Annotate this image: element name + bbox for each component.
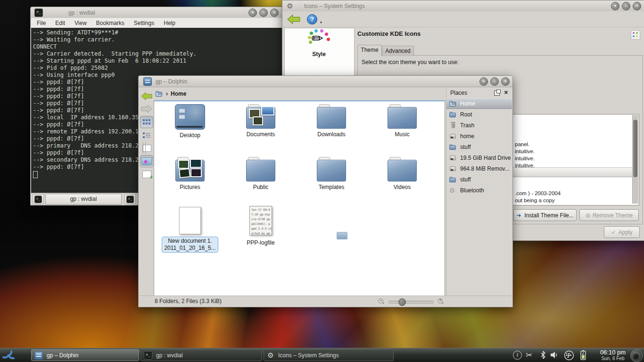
menu-edit[interactable]: Edit	[55, 20, 65, 26]
clipboard-scissors-icon[interactable]: ✂	[526, 350, 532, 360]
close-icon[interactable]: ✕	[270, 8, 279, 17]
tab-list-button[interactable]: >_	[124, 194, 136, 205]
zoom-slider-handle[interactable]	[398, 298, 406, 306]
close-panel-icon[interactable]: ✕	[504, 90, 508, 96]
close-icon[interactable]: ✕	[501, 77, 510, 86]
volume-icon[interactable]	[551, 351, 558, 359]
check-icon: ✓	[611, 229, 616, 236]
folder-item[interactable]: Public	[226, 157, 296, 190]
scrollbar[interactable]	[632, 115, 638, 204]
panel-tool-cashew-icon[interactable]	[630, 349, 643, 362]
zoom-out-icon[interactable]: –	[378, 298, 384, 304]
drive-icon	[449, 155, 457, 161]
terminal-titlebar[interactable]: >_ gp : wvdial ▾ ○ ✕	[31, 7, 285, 18]
place-hard-drive[interactable]: 19.5 GiB Hard Drive	[446, 152, 512, 163]
menu-file[interactable]: File	[37, 20, 46, 26]
place-root[interactable]: Root	[446, 109, 512, 120]
place-trash[interactable]: Trash	[446, 120, 512, 131]
folder-icon	[246, 157, 275, 181]
folder-icon	[449, 111, 457, 118]
minimize-icon[interactable]: ▾	[248, 8, 257, 17]
folder-item[interactable]: Music	[367, 104, 437, 138]
dolphin-titlebar[interactable]: gp – Dolphin ▾ ○ ✕	[139, 76, 512, 87]
device-notifier-icon[interactable]	[564, 350, 574, 361]
terminal-tab[interactable]: gp : wvdial	[45, 194, 122, 205]
menu-help[interactable]: Help	[164, 20, 175, 26]
details-view-button[interactable]	[140, 130, 153, 141]
dolphin-side-toolbar: +	[140, 89, 154, 181]
folder-view[interactable]: Desktop Documents Downloads Music	[154, 100, 445, 296]
remove-theme-button[interactable]: ⊘ Remove Theme	[579, 209, 639, 221]
place-removable[interactable]: 964.8 MiB Remov...	[446, 163, 512, 174]
folder-icon	[388, 104, 417, 129]
tab-advanced[interactable]: Advanced	[382, 46, 414, 56]
sidebar-item-style[interactable]: ✏ Style	[285, 30, 353, 58]
menu-settings[interactable]: Settings	[134, 20, 154, 26]
clock[interactable]: 06:10 pm Sun, 6 Feb	[595, 349, 631, 362]
place-stuff[interactable]: stuff	[446, 141, 512, 152]
file-item-selected[interactable]: New document 1. 2011_01_20_16_5...	[155, 207, 225, 253]
split-view-button[interactable]: +	[140, 169, 153, 180]
menu-view[interactable]: View	[74, 20, 87, 26]
task-terminal[interactable]: >_ gp : wvdial	[140, 349, 262, 361]
folder-item[interactable]: Documents	[226, 104, 296, 138]
theme-description-fragment: out being a copy	[515, 197, 554, 203]
task-system-settings[interactable]: ⚙ Icons – System Settings	[264, 349, 394, 361]
apply-button[interactable]: ✓ Apply	[604, 226, 640, 238]
folder-item[interactable]: Downloads	[297, 104, 366, 138]
split-view-icon: +	[142, 171, 151, 178]
breadcrumb-home[interactable]: Home	[171, 90, 186, 97]
bluetooth-icon[interactable]	[540, 351, 546, 359]
maximize-icon[interactable]: ○	[622, 2, 630, 10]
forward-button[interactable]	[140, 103, 153, 115]
terminal-icon: >_	[144, 351, 152, 360]
folder-icon	[449, 176, 457, 183]
zoom-in-icon[interactable]: +	[438, 298, 444, 304]
close-icon[interactable]: ✕	[633, 2, 641, 10]
file-item[interactable]: Jan 17 09:4 7:18 gp-Asp ire-5738 pp pd[1…	[226, 206, 296, 246]
preview-button[interactable]	[140, 155, 153, 167]
theme-description-fragment: .com ) - 2003-2004	[515, 190, 561, 196]
tab-theme[interactable]: Theme	[357, 45, 382, 56]
menu-bookmarks[interactable]: Bookmarks	[96, 20, 124, 26]
download-icon: ➜	[516, 213, 522, 218]
clock-time: 06:10 pm	[595, 349, 631, 356]
place-bluetooth[interactable]: ⚙Bluetooth	[446, 185, 512, 196]
battery-icon[interactable]	[579, 350, 587, 361]
list-text-fragment: intuitive.	[515, 156, 535, 161]
minimize-icon[interactable]: ▾	[479, 77, 488, 86]
folder-item[interactable]: Templates	[297, 157, 366, 190]
help-icon[interactable]: ?	[307, 14, 317, 25]
columns-view-icon	[142, 145, 151, 152]
module-help-icon[interactable]	[631, 30, 640, 40]
app-launcher-icon[interactable]	[2, 349, 15, 362]
place-stuff2[interactable]: stuff	[446, 174, 512, 185]
back-icon[interactable]	[287, 14, 300, 25]
folder-item[interactable]: Pictures	[155, 157, 225, 190]
columns-view-button[interactable]	[140, 142, 153, 154]
zoom-slider[interactable]	[388, 301, 434, 304]
place-home-partition[interactable]: home	[446, 131, 512, 141]
float-panel-icon[interactable]	[494, 90, 500, 96]
scrollbar-thumb[interactable]	[633, 120, 637, 177]
icons-view-button[interactable]	[140, 116, 153, 128]
notifications-icon[interactable]: i	[513, 351, 522, 360]
install-theme-button[interactable]: ➜ Install Theme File...	[513, 209, 577, 221]
chevron-down-icon[interactable]: ▾	[320, 20, 322, 25]
minimize-icon[interactable]: ▾	[611, 2, 619, 10]
maximize-icon[interactable]: ○	[259, 8, 268, 17]
task-dolphin[interactable]: gp – Dolphin	[31, 349, 139, 361]
settings-toolbar: ? ▾	[282, 11, 644, 27]
gear-icon: ⚙	[286, 2, 294, 10]
folder-icon	[449, 144, 457, 150]
place-home[interactable]: Home	[446, 98, 512, 109]
new-tab-button[interactable]: >_	[33, 194, 44, 205]
settings-titlebar[interactable]: ⚙ Icons – System Settings ▾ ○ ✕	[282, 0, 644, 12]
maximize-icon[interactable]: ○	[490, 77, 499, 86]
folder-item[interactable]: Desktop	[155, 104, 225, 139]
home-icon[interactable]	[156, 90, 163, 97]
back-button[interactable]	[140, 90, 153, 102]
document-icon	[179, 207, 201, 234]
folder-item[interactable]: Videos	[367, 157, 437, 190]
back-icon	[141, 92, 152, 100]
